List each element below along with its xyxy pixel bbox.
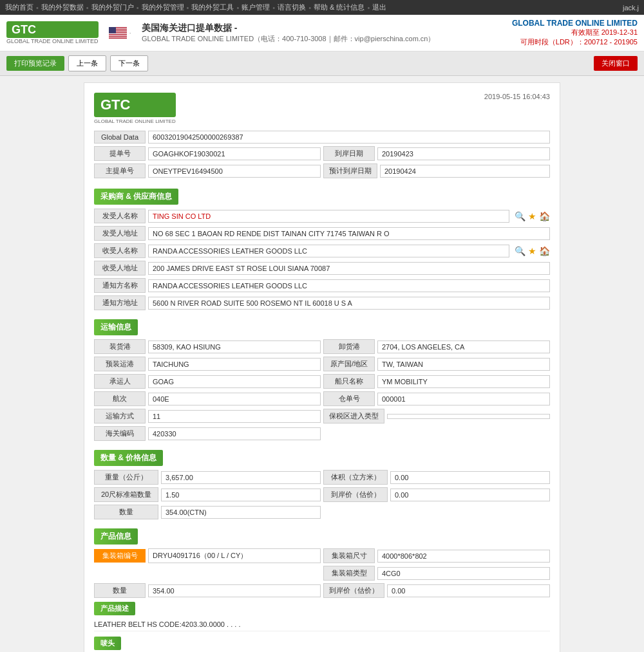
remarks-header: 唛头 <box>94 637 121 650</box>
arrival-date-value: 20190423 <box>377 147 550 160</box>
prev-button[interactable]: 上一条 <box>68 55 106 71</box>
master-bill-value: ONEYTPEV16494500 <box>148 165 321 178</box>
us-flag-icon <box>109 27 127 39</box>
unloading-port-row: 卸货港 2704, LOS ANGELES, CA <box>323 339 550 354</box>
carrier-label: 承运人 <box>94 374 146 389</box>
sep3: • <box>137 4 139 12</box>
quantity-value: 354.00(CTN) <box>161 506 321 519</box>
shipper-home-icon[interactable]: 🏠 <box>539 211 550 221</box>
bill-no-row: 提单号 GOAGHKOF19030021 <box>94 146 321 161</box>
next-button[interactable]: 下一条 <box>110 55 148 71</box>
volume-row: 体积（立方米） 0.00 <box>323 470 550 485</box>
right-info: GLOBAL TRADE ONLINE LIMITED 有效期至 2019-12… <box>512 19 638 47</box>
notify-name-value: RANDA ACCESSORIES LEATHER GOODS LLC <box>148 279 550 292</box>
unloading-port-value: 2704, LOS ANGELES, CA <box>377 340 550 353</box>
bill-info-grid: 提单号 GOAGHKOF19030021 到岸日期 20190423 主提单号 … <box>94 146 550 178</box>
shipper-search-icon[interactable]: 🔍 <box>515 211 526 221</box>
validity-date: 有效期至 2019-12-31 <box>512 28 638 37</box>
containers-20ft-label: 20尺标准箱数量 <box>94 487 158 502</box>
svg-rect-9 <box>109 35 127 35</box>
est-arrival-value: 20190424 <box>380 165 550 178</box>
nav-management[interactable]: 我的外贸管理 <box>142 3 184 12</box>
basic-info-section: Global Data 60032019042500000269387 提单号 … <box>94 131 550 178</box>
master-bill-label: 主提单号 <box>94 163 146 178</box>
volume-label: 体积（立方米） <box>323 470 388 485</box>
est-arrival-label: 预计到岸日期 <box>323 163 377 178</box>
container-no-row: 仓单号 000001 <box>323 391 550 406</box>
product-quantity-label: 数量 <box>94 583 146 598</box>
origin-label: 原产国/地区 <box>323 357 375 371</box>
global-data-row: Global Data 60032019042500000269387 <box>94 131 550 144</box>
container-type-value: 4CG0 <box>377 567 550 580</box>
origin-row: 原产国/地区 TW, TAIWAN <box>323 357 550 371</box>
loading-port-label: 装货港 <box>94 339 146 354</box>
company-name: GLOBAL TRADE ONLINE LIMITED <box>512 19 638 28</box>
consignee-home-icon[interactable]: 🏠 <box>539 246 550 256</box>
print-button[interactable]: 打印预览记录 <box>6 56 64 71</box>
consignee-addr-value: 200 JAMES DRIVE EAST ST ROSE LOUI SIANA … <box>148 262 550 275</box>
container-size-label: 集装箱尺寸 <box>323 548 375 563</box>
weight-label: 重量（公斤） <box>94 470 158 485</box>
container-id-value: DRYU4091716（00 / L / CY） <box>148 548 321 563</box>
shipper-addr-label: 发受人地址 <box>94 226 146 241</box>
global-data-value: 60032019042500000269387 <box>148 131 550 144</box>
shipper-star-icon[interactable]: ★ <box>528 211 536 221</box>
sep6: • <box>272 4 275 12</box>
notify-name-row: 通知方名称 RANDA ACCESSORIES LEATHER GOODS LL… <box>94 278 550 293</box>
customs-code-row: 海关编码 420330 <box>94 426 321 441</box>
nav-logout[interactable]: 退出 <box>372 3 386 12</box>
nav-account[interactable]: 账户管理 <box>242 3 270 12</box>
arrival-date-label: 到岸日期 <box>323 146 375 161</box>
voyage-label: 航次 <box>94 391 146 406</box>
volume-value: 0.00 <box>390 471 550 484</box>
sep8: • <box>367 4 370 12</box>
product-quantity-row: 数量 354.00 <box>94 583 321 598</box>
doc-logo-sub: GLOBAL TRADE ONLINE LIMITED <box>94 118 176 124</box>
doc-timestamp: 2019-05-15 16:04:43 <box>484 93 550 100</box>
weight-value: 3,657.00 <box>161 471 321 484</box>
shipper-name-row: 发受人名称 TING SIN CO LTD 🔍 ★ 🏠 <box>94 209 550 223</box>
vessel-row: 船只名称 YM MOBILITY <box>323 374 550 389</box>
container-type-row: 集装箱类型 4CG0 <box>323 566 550 581</box>
nav-help[interactable]: 帮助 & 统计信息 <box>314 3 365 12</box>
main-content: GTC GLOBAL TRADE ONLINE LIMITED 2019-05-… <box>0 76 644 652</box>
page-title: 美国海关进口提单数据 - <box>142 23 435 34</box>
close-button[interactable]: 关闭窗口 <box>594 56 638 71</box>
global-data-label: Global Data <box>94 131 146 144</box>
nav-language[interactable]: 语言切换 <box>278 3 306 12</box>
customs-code-label: 海关编码 <box>94 426 146 441</box>
notify-addr-value: 5600 N RIVER ROAD SUITE 500 ROSEMO NT IL… <box>148 297 550 310</box>
product-section: 产品信息 集装箱编号 DRYU4091716（00 / L / CY） 集装箱尺… <box>94 522 550 652</box>
container-id-label: 集装箱编号 <box>94 549 146 563</box>
master-bill-row: 主提单号 ONEYTPEV16494500 <box>94 163 321 178</box>
transport-mode-value: 11 <box>148 410 321 423</box>
transport-mode-row: 运输方式 11 <box>94 409 321 424</box>
consignee-search-icon[interactable]: 🔍 <box>515 246 526 256</box>
bill-no-label: 提单号 <box>94 146 146 161</box>
document-area: GTC GLOBAL TRADE ONLINE LIMITED 2019-05-… <box>84 82 560 652</box>
quantity-section: 数量 & 价格信息 重量（公斤） 3,657.00 体积（立方米） 0.00 2… <box>94 443 550 519</box>
sep2: • <box>86 4 89 12</box>
arrival-price-label: 到岸价（估价） <box>323 487 388 502</box>
loading-port-value: 58309, KAO HSIUNG <box>148 340 321 353</box>
separator-dot: · <box>129 28 131 37</box>
supplier-section-header: 采购商 & 供应商信息 <box>94 189 178 205</box>
logo-area: GTC GLOBAL TRADE ONLINE LIMITED · <box>6 21 435 44</box>
nav-tools[interactable]: 我的外贸工具 <box>191 3 234 12</box>
nav-portal[interactable]: 我的外贸门户 <box>91 3 134 12</box>
flag-area: · <box>109 27 131 39</box>
page-contact: GLOBAL TRADE ONLINE LIMITED（电话：400-710-3… <box>142 34 435 44</box>
containers-20ft-row: 20尺标准箱数量 1.50 <box>94 487 321 502</box>
logo-subtext: GLOBAL TRADE ONLINE LIMITED <box>6 38 99 44</box>
nav-home[interactable]: 我的首页 <box>5 3 33 12</box>
transport-section-header: 运输信息 <box>94 319 138 335</box>
consignee-star-icon[interactable]: ★ <box>528 246 536 256</box>
est-arrival-row: 预计到岸日期 20190424 <box>323 163 550 178</box>
nav-trade-data[interactable]: 我的外贸数据 <box>41 3 84 12</box>
notify-name-label: 通知方名称 <box>94 278 146 293</box>
product-desc-header: 产品描述 <box>94 602 135 615</box>
svg-rect-12 <box>109 38 127 39</box>
quantity-label: 数量 <box>94 505 158 519</box>
sep7: • <box>308 4 311 12</box>
product-arrival-price-label: 到岸价（估价） <box>323 583 384 598</box>
